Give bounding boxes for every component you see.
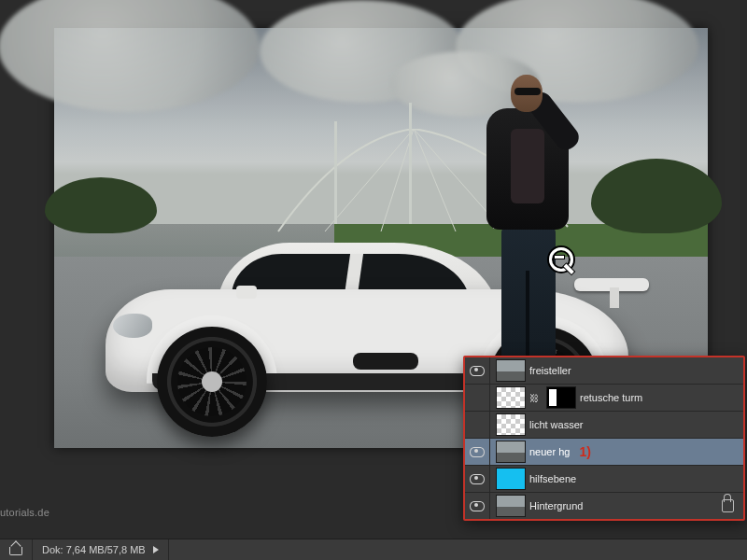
layer-mask-thumbnail[interactable]	[546, 386, 576, 409]
layer-row[interactable]: ⛓retusche turm	[465, 384, 743, 411]
layer-visibility-toggle[interactable]	[465, 439, 490, 465]
layer-visibility-toggle[interactable]	[465, 385, 490, 411]
person	[470, 75, 582, 401]
layer-name[interactable]: Hintergrund	[529, 500, 583, 511]
eye-icon	[470, 501, 485, 511]
eye-icon	[470, 474, 485, 484]
sunglasses-icon	[514, 88, 541, 95]
layers-panel[interactable]: freisteller⛓retusche turmlicht wasserneu…	[463, 356, 745, 521]
layer-visibility-toggle[interactable]	[465, 357, 490, 384]
layer-thumbnail[interactable]	[496, 468, 526, 490]
trees-right	[591, 159, 722, 233]
doc-size-value: 7,64 MB/57,8 MB	[66, 544, 146, 555]
doc-size-label: Dok:	[42, 544, 63, 555]
layer-visibility-toggle[interactable]	[465, 412, 490, 438]
annotation-label: 1)	[579, 444, 590, 459]
layer-name[interactable]: licht wasser	[529, 419, 583, 430]
layer-row[interactable]: hilfsebene	[465, 465, 743, 492]
headlight	[113, 314, 152, 338]
doc-size-readout[interactable]: Dok: 7,64 MB/57,8 MB	[33, 539, 169, 560]
rear-wing-post	[610, 287, 619, 308]
share-button[interactable]	[0, 539, 33, 560]
layer-thumbnail[interactable]	[496, 359, 526, 382]
layer-thumbnail[interactable]	[496, 413, 526, 436]
mast	[334, 121, 337, 224]
zoom-out-cursor-icon	[549, 247, 575, 273]
layer-row[interactable]: neuer hg1)	[465, 438, 743, 465]
link-icon[interactable]: ⛓	[529, 387, 539, 408]
lock-icon	[722, 499, 734, 512]
eye-icon	[470, 447, 485, 457]
layer-thumbnail[interactable]	[496, 386, 526, 409]
t-shirt	[511, 129, 544, 203]
trees-left	[45, 177, 157, 233]
layer-thumbnail[interactable]	[496, 441, 526, 463]
layer-visibility-toggle[interactable]	[465, 466, 490, 492]
layer-name[interactable]: retusche turm	[580, 392, 642, 403]
layer-name[interactable]: hilfsebene	[529, 473, 576, 484]
cloud	[0, 0, 260, 112]
eye-icon	[470, 366, 485, 376]
side-mirror	[236, 286, 257, 299]
layer-visibility-toggle[interactable]	[465, 493, 490, 519]
side-intake	[353, 353, 418, 370]
mast	[409, 103, 412, 224]
layer-row[interactable]: licht wasser	[465, 411, 743, 438]
workspace: freisteller⛓retusche turmlicht wasserneu…	[0, 0, 747, 539]
share-icon	[9, 544, 22, 555]
layer-row[interactable]: freisteller	[465, 357, 743, 384]
layer-row[interactable]: Hintergrund	[465, 492, 743, 519]
layer-thumbnail[interactable]	[496, 495, 526, 517]
watermark-text: utorials.de	[0, 507, 49, 518]
layer-name[interactable]: freisteller	[529, 365, 571, 376]
disclosure-triangle-icon[interactable]	[153, 546, 159, 553]
status-bar: Dok: 7,64 MB/57,8 MB	[0, 539, 747, 560]
front-wheel	[157, 327, 267, 437]
layer-name[interactable]: neuer hg	[529, 446, 570, 457]
